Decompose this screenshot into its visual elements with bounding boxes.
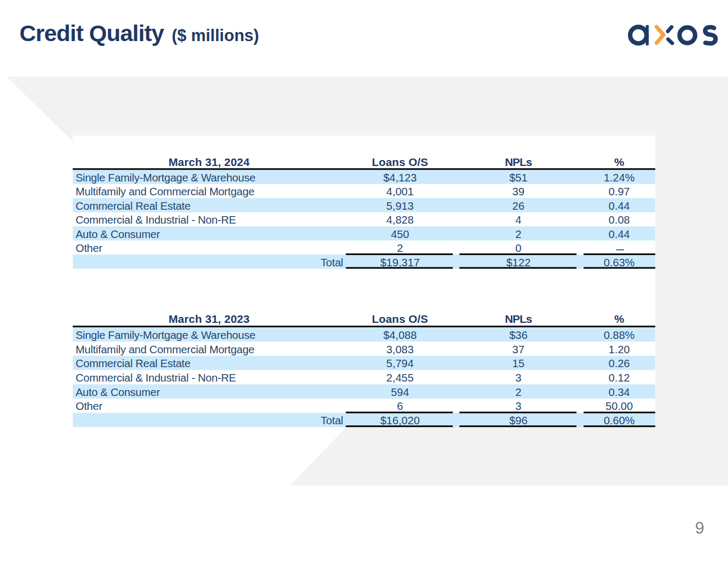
svg-text:Loans O/S: Loans O/S <box>372 156 428 168</box>
svg-text:4,001: 4,001 <box>386 185 413 197</box>
svg-text:0.88%: 0.88% <box>604 329 635 341</box>
svg-text:1.20: 1.20 <box>609 343 630 355</box>
svg-text:39: 39 <box>513 185 525 197</box>
svg-text:4: 4 <box>515 213 521 226</box>
svg-text:$4,088: $4,088 <box>383 329 417 341</box>
svg-text:Single Family-Mortgage & Wareh: Single Family-Mortgage & Warehouse <box>76 329 255 341</box>
svg-text:NPLs: NPLs <box>505 313 532 325</box>
svg-text:Other: Other <box>76 242 102 254</box>
svg-text:$51: $51 <box>509 171 527 184</box>
svg-text:%: % <box>614 313 625 325</box>
svg-text:$96: $96 <box>509 414 527 426</box>
svg-text:Single Family-Mortgage & Wareh: Single Family-Mortgage & Warehouse <box>76 171 255 184</box>
svg-text:2,455: 2,455 <box>386 371 413 384</box>
svg-text:5,913: 5,913 <box>386 200 413 212</box>
svg-text:0.26: 0.26 <box>609 357 630 369</box>
svg-text:Auto & Consumer: Auto & Consumer <box>76 386 160 398</box>
svg-text:$19,317: $19,317 <box>380 256 420 268</box>
svg-text:0.44: 0.44 <box>609 200 630 212</box>
svg-text:$36: $36 <box>509 329 527 341</box>
svg-text:2: 2 <box>515 228 521 240</box>
svg-text:Commercial Real Estate: Commercial Real Estate <box>76 357 191 369</box>
svg-text:2: 2 <box>515 386 521 398</box>
svg-text:594: 594 <box>391 386 409 398</box>
svg-text:15: 15 <box>513 357 525 369</box>
svg-text:Other: Other <box>76 400 102 412</box>
svg-text:0: 0 <box>515 242 521 254</box>
svg-text:NPLs: NPLs <box>505 156 532 168</box>
svg-text:450: 450 <box>391 228 409 240</box>
svg-text:0.97: 0.97 <box>609 185 630 197</box>
svg-text:0.60%: 0.60% <box>604 414 635 426</box>
svg-text:5,794: 5,794 <box>386 357 413 369</box>
svg-text:3,083: 3,083 <box>386 343 413 355</box>
svg-text:March 31, 2023: March 31, 2023 <box>169 313 250 325</box>
svg-text:6: 6 <box>397 400 403 412</box>
svg-text:Commercial Real Estate: Commercial Real Estate <box>76 200 191 212</box>
svg-text:0.08: 0.08 <box>609 213 630 226</box>
svg-text:Multifamily and Commercial Mor: Multifamily and Commercial Mortgage <box>76 343 254 355</box>
svg-text:$122: $122 <box>506 256 531 268</box>
svg-text:Multifamily and Commercial Mor: Multifamily and Commercial Mortgage <box>76 185 254 197</box>
svg-text:0.63%: 0.63% <box>604 256 635 268</box>
svg-text:$16,020: $16,020 <box>380 414 420 426</box>
svg-text:2: 2 <box>397 242 403 254</box>
svg-text:Total: Total <box>321 256 343 268</box>
svg-text:3: 3 <box>515 371 521 384</box>
svg-text:3: 3 <box>515 400 521 412</box>
svg-text:%: % <box>614 156 625 168</box>
svg-text:Commercial & Industrial - Non-: Commercial & Industrial - Non-RE <box>76 213 236 226</box>
svg-text:1.24%: 1.24% <box>604 171 635 184</box>
svg-text:($ millions): ($ millions) <box>172 26 259 45</box>
svg-text:$4,123: $4,123 <box>383 171 417 184</box>
svg-text:26: 26 <box>513 200 525 212</box>
svg-text:Loans O/S: Loans O/S <box>372 313 428 325</box>
svg-text:50.00: 50.00 <box>605 400 633 412</box>
svg-text:Commercial & Industrial - Non-: Commercial & Industrial - Non-RE <box>76 371 236 384</box>
svg-text:0.34: 0.34 <box>609 386 630 398</box>
svg-text:Credit Quality: Credit Quality <box>20 20 165 46</box>
svg-text:9: 9 <box>695 519 704 537</box>
svg-text:0.44: 0.44 <box>609 228 630 240</box>
svg-text:0.12: 0.12 <box>609 371 630 384</box>
svg-text:Auto & Consumer: Auto & Consumer <box>76 228 160 240</box>
svg-text:March 31, 2024: March 31, 2024 <box>169 156 250 168</box>
svg-text:4,828: 4,828 <box>386 213 413 226</box>
svg-text:Total: Total <box>321 414 343 426</box>
svg-text:37: 37 <box>513 343 525 355</box>
